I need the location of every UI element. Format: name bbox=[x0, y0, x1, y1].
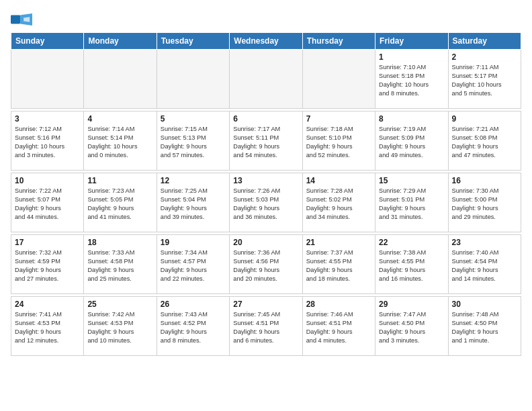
day-number: 14 bbox=[306, 176, 371, 185]
calendar-cell bbox=[302, 50, 375, 109]
logo bbox=[11, 13, 32, 27]
calendar-week-row: 10Sunrise: 7:22 AM Sunset: 5:07 PM Dayli… bbox=[11, 173, 521, 232]
calendar-cell: 7Sunrise: 7:18 AM Sunset: 5:10 PM Daylig… bbox=[302, 111, 375, 171]
calendar-cell: 2Sunrise: 7:11 AM Sunset: 5:17 PM Daylig… bbox=[448, 50, 521, 109]
calendar-cell: 15Sunrise: 7:29 AM Sunset: 5:01 PM Dayli… bbox=[375, 173, 448, 232]
weekday-header-wednesday: Wednesday bbox=[230, 33, 302, 50]
day-info: Sunrise: 7:18 AM Sunset: 5:10 PM Dayligh… bbox=[306, 125, 371, 160]
day-info: Sunrise: 7:42 AM Sunset: 4:53 PM Dayligh… bbox=[87, 310, 152, 345]
svg-marker-2 bbox=[24, 17, 30, 22]
day-number: 2 bbox=[452, 52, 517, 62]
day-info: Sunrise: 7:11 AM Sunset: 5:17 PM Dayligh… bbox=[452, 63, 517, 98]
day-number: 27 bbox=[233, 300, 298, 309]
day-info: Sunrise: 7:34 AM Sunset: 4:57 PM Dayligh… bbox=[161, 248, 226, 283]
day-number: 30 bbox=[452, 300, 517, 309]
day-info: Sunrise: 7:37 AM Sunset: 4:55 PM Dayligh… bbox=[306, 248, 371, 283]
day-info: Sunrise: 7:15 AM Sunset: 5:13 PM Dayligh… bbox=[161, 125, 226, 160]
day-info: Sunrise: 7:10 AM Sunset: 5:18 PM Dayligh… bbox=[379, 63, 444, 98]
calendar-cell: 13Sunrise: 7:26 AM Sunset: 5:03 PM Dayli… bbox=[230, 173, 302, 232]
day-info: Sunrise: 7:40 AM Sunset: 4:54 PM Dayligh… bbox=[452, 248, 517, 283]
weekday-header-friday: Friday bbox=[375, 33, 448, 50]
weekday-header-thursday: Thursday bbox=[302, 33, 375, 50]
day-number: 22 bbox=[379, 238, 444, 247]
day-number: 13 bbox=[233, 176, 298, 185]
day-number: 10 bbox=[15, 176, 80, 185]
day-info: Sunrise: 7:48 AM Sunset: 4:50 PM Dayligh… bbox=[452, 310, 517, 345]
day-info: Sunrise: 7:23 AM Sunset: 5:05 PM Dayligh… bbox=[87, 187, 152, 222]
day-info: Sunrise: 7:33 AM Sunset: 4:58 PM Dayligh… bbox=[87, 248, 152, 283]
calendar-cell: 4Sunrise: 7:14 AM Sunset: 5:14 PM Daylig… bbox=[84, 111, 157, 171]
calendar-cell: 19Sunrise: 7:34 AM Sunset: 4:57 PM Dayli… bbox=[157, 235, 229, 294]
day-number: 19 bbox=[161, 238, 226, 247]
calendar-cell bbox=[84, 50, 157, 109]
day-number: 4 bbox=[87, 114, 152, 124]
day-info: Sunrise: 7:32 AM Sunset: 4:59 PM Dayligh… bbox=[15, 248, 80, 283]
day-number: 11 bbox=[87, 176, 152, 185]
day-info: Sunrise: 7:45 AM Sunset: 4:51 PM Dayligh… bbox=[233, 310, 298, 345]
day-number: 17 bbox=[15, 238, 80, 247]
calendar-cell: 30Sunrise: 7:48 AM Sunset: 4:50 PM Dayli… bbox=[448, 297, 521, 356]
calendar-cell: 11Sunrise: 7:23 AM Sunset: 5:05 PM Dayli… bbox=[84, 173, 157, 232]
day-info: Sunrise: 7:29 AM Sunset: 5:01 PM Dayligh… bbox=[379, 187, 444, 222]
day-info: Sunrise: 7:38 AM Sunset: 4:55 PM Dayligh… bbox=[379, 248, 444, 283]
day-number: 8 bbox=[379, 114, 444, 124]
day-number: 3 bbox=[15, 114, 80, 124]
weekday-header-monday: Monday bbox=[84, 33, 157, 50]
calendar-cell bbox=[11, 50, 84, 109]
day-number: 12 bbox=[161, 176, 226, 185]
calendar-cell: 14Sunrise: 7:28 AM Sunset: 5:02 PM Dayli… bbox=[302, 173, 375, 232]
calendar-week-row: 1Sunrise: 7:10 AM Sunset: 5:18 PM Daylig… bbox=[11, 50, 521, 109]
calendar-cell: 16Sunrise: 7:30 AM Sunset: 5:00 PM Dayli… bbox=[448, 173, 521, 232]
day-number: 23 bbox=[452, 238, 517, 247]
day-info: Sunrise: 7:22 AM Sunset: 5:07 PM Dayligh… bbox=[15, 187, 80, 222]
day-number: 9 bbox=[452, 114, 517, 124]
page: SundayMondayTuesdayWednesdayThursdayFrid… bbox=[0, 0, 532, 363]
calendar-cell: 6Sunrise: 7:17 AM Sunset: 5:11 PM Daylig… bbox=[230, 111, 302, 171]
day-info: Sunrise: 7:12 AM Sunset: 5:16 PM Dayligh… bbox=[15, 125, 80, 160]
day-info: Sunrise: 7:25 AM Sunset: 5:04 PM Dayligh… bbox=[161, 187, 226, 222]
calendar-cell bbox=[157, 50, 229, 109]
day-info: Sunrise: 7:26 AM Sunset: 5:03 PM Dayligh… bbox=[233, 187, 298, 222]
day-number: 24 bbox=[15, 300, 80, 309]
calendar-table: SundayMondayTuesdayWednesdayThursdayFrid… bbox=[11, 32, 521, 356]
day-info: Sunrise: 7:36 AM Sunset: 4:56 PM Dayligh… bbox=[233, 248, 298, 283]
day-number: 1 bbox=[379, 52, 444, 62]
calendar-cell: 1Sunrise: 7:10 AM Sunset: 5:18 PM Daylig… bbox=[375, 50, 448, 109]
calendar-week-row: 3Sunrise: 7:12 AM Sunset: 5:16 PM Daylig… bbox=[11, 111, 521, 171]
calendar-cell: 25Sunrise: 7:42 AM Sunset: 4:53 PM Dayli… bbox=[84, 297, 157, 356]
day-info: Sunrise: 7:41 AM Sunset: 4:53 PM Dayligh… bbox=[15, 310, 80, 345]
calendar-cell: 27Sunrise: 7:45 AM Sunset: 4:51 PM Dayli… bbox=[230, 297, 302, 356]
day-info: Sunrise: 7:28 AM Sunset: 5:02 PM Dayligh… bbox=[306, 187, 371, 222]
day-info: Sunrise: 7:21 AM Sunset: 5:08 PM Dayligh… bbox=[452, 125, 517, 160]
calendar-cell: 12Sunrise: 7:25 AM Sunset: 5:04 PM Dayli… bbox=[157, 173, 229, 232]
calendar-cell: 10Sunrise: 7:22 AM Sunset: 5:07 PM Dayli… bbox=[11, 173, 84, 232]
calendar-cell: 17Sunrise: 7:32 AM Sunset: 4:59 PM Dayli… bbox=[11, 235, 84, 294]
day-info: Sunrise: 7:19 AM Sunset: 5:09 PM Dayligh… bbox=[379, 125, 444, 160]
calendar-cell: 26Sunrise: 7:43 AM Sunset: 4:52 PM Dayli… bbox=[157, 297, 229, 356]
calendar-cell: 29Sunrise: 7:47 AM Sunset: 4:50 PM Dayli… bbox=[375, 297, 448, 356]
day-info: Sunrise: 7:14 AM Sunset: 5:14 PM Dayligh… bbox=[87, 125, 152, 160]
calendar-cell: 28Sunrise: 7:46 AM Sunset: 4:51 PM Dayli… bbox=[302, 297, 375, 356]
calendar-header-row: SundayMondayTuesdayWednesdayThursdayFrid… bbox=[11, 33, 521, 50]
weekday-header-sunday: Sunday bbox=[11, 33, 84, 50]
day-number: 29 bbox=[379, 300, 444, 309]
calendar-cell bbox=[230, 50, 302, 109]
weekday-header-saturday: Saturday bbox=[448, 33, 521, 50]
day-number: 5 bbox=[161, 114, 226, 124]
day-number: 28 bbox=[306, 300, 371, 309]
calendar-cell: 24Sunrise: 7:41 AM Sunset: 4:53 PM Dayli… bbox=[11, 297, 84, 356]
day-number: 25 bbox=[87, 300, 152, 309]
svg-rect-0 bbox=[11, 15, 20, 24]
day-info: Sunrise: 7:17 AM Sunset: 5:11 PM Dayligh… bbox=[233, 125, 298, 160]
day-info: Sunrise: 7:43 AM Sunset: 4:52 PM Dayligh… bbox=[161, 310, 226, 345]
weekday-header-tuesday: Tuesday bbox=[157, 33, 229, 50]
day-info: Sunrise: 7:47 AM Sunset: 4:50 PM Dayligh… bbox=[379, 310, 444, 345]
calendar-cell: 20Sunrise: 7:36 AM Sunset: 4:56 PM Dayli… bbox=[230, 235, 302, 294]
day-number: 20 bbox=[233, 238, 298, 247]
day-number: 15 bbox=[379, 176, 444, 185]
day-number: 26 bbox=[161, 300, 226, 309]
header bbox=[11, 11, 521, 27]
calendar-cell: 18Sunrise: 7:33 AM Sunset: 4:58 PM Dayli… bbox=[84, 235, 157, 294]
calendar-cell: 9Sunrise: 7:21 AM Sunset: 5:08 PM Daylig… bbox=[448, 111, 521, 171]
calendar-cell: 21Sunrise: 7:37 AM Sunset: 4:55 PM Dayli… bbox=[302, 235, 375, 294]
